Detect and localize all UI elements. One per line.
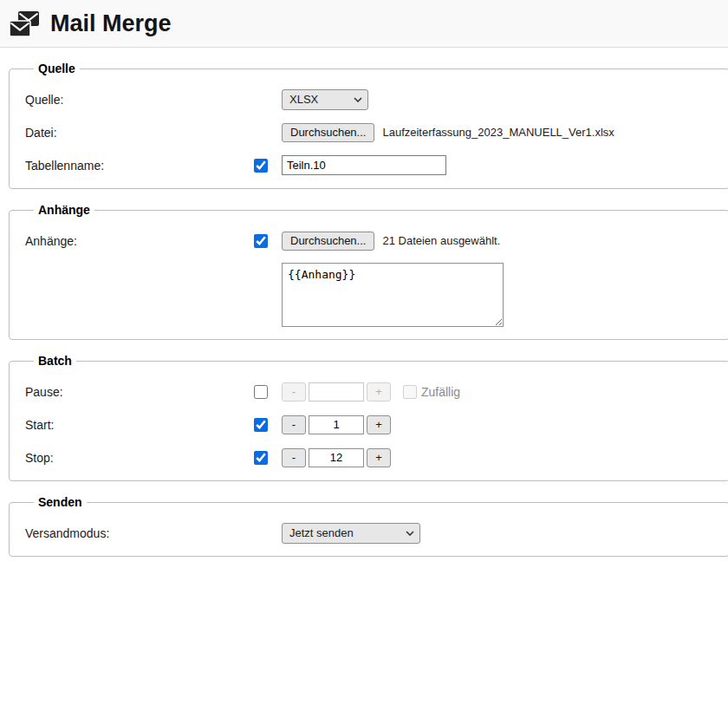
start-label: Start: — [25, 418, 254, 432]
page-title: Mail Merge — [50, 10, 172, 37]
zufaellig-label: Zufällig — [421, 385, 460, 399]
mail-merge-icon — [9, 10, 40, 37]
send-mode-label: Versandmodus: — [25, 526, 254, 540]
app-header: Mail Merge — [0, 0, 728, 48]
stop-label: Stop: — [25, 451, 254, 465]
start-increment-button[interactable]: + — [367, 415, 391, 434]
stop-increment-button[interactable]: + — [367, 448, 391, 467]
start-checkbox[interactable] — [254, 418, 268, 432]
attachments-template-textarea[interactable]: {{Anhang}} — [282, 263, 504, 327]
zufaellig-group: Zufällig — [403, 385, 460, 399]
row-quelle: Quelle: XLSX — [25, 88, 720, 110]
section-senden: Senden Versandmodus: Jetzt senden — [9, 495, 728, 557]
source-select-value: XLSX — [289, 93, 318, 106]
send-mode-select[interactable]: Jetzt senden — [282, 523, 420, 544]
attachments-label: Anhänge: — [25, 234, 254, 248]
chevron-down-icon — [406, 531, 414, 536]
attachments-checkbox[interactable] — [254, 234, 268, 248]
table-name-checkbox[interactable] — [254, 159, 268, 173]
stop-value-input[interactable] — [309, 448, 364, 467]
table-name-label: Tabellenname: — [25, 159, 254, 173]
pause-increment-button[interactable]: + — [367, 382, 391, 401]
source-label: Quelle: — [25, 93, 254, 107]
section-batch: Batch Pause: - + Zufällig Start: - + Sto… — [9, 354, 728, 481]
pause-checkbox[interactable] — [254, 385, 268, 399]
section-quelle: Quelle Quelle: XLSX Datei: Durchsuchen..… — [9, 62, 728, 189]
section-batch-legend: Batch — [34, 354, 76, 368]
stop-checkbox[interactable] — [254, 451, 268, 465]
file-browse-button[interactable]: Durchsuchen... — [282, 123, 374, 142]
section-quelle-legend: Quelle — [34, 62, 80, 75]
attachments-browse-button[interactable]: Durchsuchen... — [282, 232, 374, 251]
pause-value-input[interactable] — [309, 382, 364, 401]
pause-label: Pause: — [25, 385, 254, 399]
chevron-down-icon — [354, 97, 362, 102]
attachments-status: 21 Dateien ausgewählt. — [382, 234, 500, 247]
zufaellig-checkbox[interactable] — [403, 385, 417, 399]
section-anhaenge: Anhänge Anhänge: Durchsuchen... 21 Datei… — [9, 203, 728, 340]
row-anhaenge-textarea: {{Anhang}} — [25, 263, 720, 327]
file-label: Datei: — [25, 126, 254, 140]
row-anhaenge: Anhänge: Durchsuchen... 21 Dateien ausge… — [25, 230, 720, 251]
row-pause: Pause: - + Zufällig — [25, 381, 720, 402]
row-datei: Datei: Durchsuchen... Laufzeiterfassung_… — [25, 121, 720, 143]
row-versandmodus: Versandmodus: Jetzt senden — [25, 522, 720, 544]
row-tabellenname: Tabellenname: — [25, 154, 720, 176]
send-mode-select-value: Jetzt senden — [289, 526, 354, 539]
selected-file-name: Laufzeiterfassung_2023_MANUELL_Ver1.xlsx — [382, 126, 614, 139]
start-value-input[interactable] — [309, 415, 364, 434]
section-senden-legend: Senden — [34, 495, 87, 509]
section-anhaenge-legend: Anhänge — [34, 203, 94, 217]
stop-decrement-button[interactable]: - — [282, 448, 306, 467]
start-decrement-button[interactable]: - — [282, 415, 306, 434]
row-start: Start: - + — [25, 414, 720, 435]
row-stop: Stop: - + — [25, 447, 720, 468]
source-select[interactable]: XLSX — [282, 89, 368, 110]
table-name-input[interactable] — [282, 155, 446, 175]
pause-decrement-button[interactable]: - — [282, 382, 306, 401]
